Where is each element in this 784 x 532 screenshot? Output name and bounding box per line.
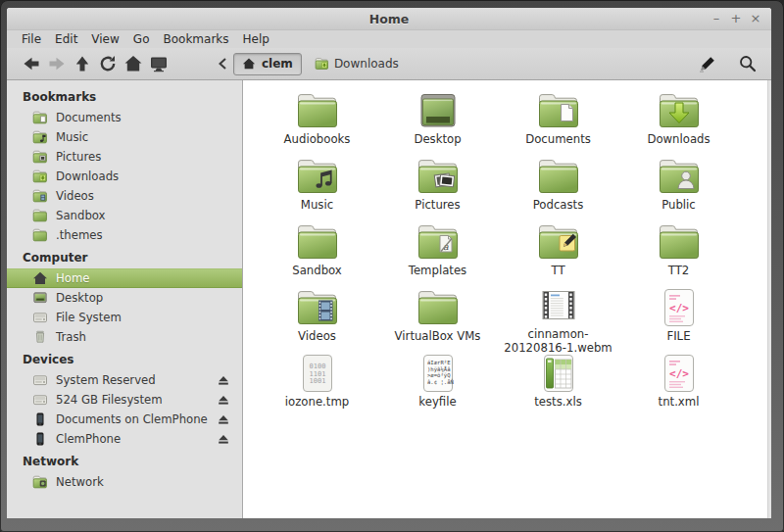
folder-icon	[656, 219, 703, 263]
eject-button[interactable]	[218, 413, 229, 425]
svg-text:â.¢ ¦.åÑ: â.¢ ¦.åÑ	[427, 378, 454, 385]
folder-item-documents[interactable]: Documents	[501, 88, 616, 154]
sidebar-item-videos[interactable]: Videos	[7, 186, 242, 206]
folder-item-tt2[interactable]: TT2	[621, 219, 737, 285]
menu-bookmarks[interactable]: Bookmarks	[156, 30, 235, 48]
toolbar: clemDownloads	[7, 48, 771, 80]
folder-documents-icon	[535, 88, 582, 131]
forward-button[interactable]	[44, 51, 69, 76]
menu-edit[interactable]: Edit	[48, 30, 84, 48]
sidebar-item-label: Pictures	[56, 150, 101, 164]
menu-go[interactable]: Go	[126, 30, 157, 48]
eject-button[interactable]	[218, 394, 229, 406]
close-button[interactable]: ×	[748, 11, 763, 26]
phone-icon	[32, 411, 48, 427]
sidebar-item-documents[interactable]: Documents	[7, 108, 242, 127]
sidebar-item-themes[interactable]: .themes	[7, 225, 242, 245]
network-icon	[32, 474, 48, 490]
sidebar-item-documents-on-clemphone[interactable]: Documents on ClemPhone	[7, 410, 242, 429]
sidebar-item-downloads[interactable]: Downloads	[7, 167, 242, 186]
search-button[interactable]	[735, 51, 760, 76]
sidebar-item-network[interactable]: Network	[7, 472, 242, 492]
sidebar-item-clemphone[interactable]: ClemPhone	[7, 429, 242, 449]
file-label: keyfile	[418, 395, 456, 409]
sidebar-item-system-reserved[interactable]: System Reserved	[7, 370, 242, 390]
sidebar-item-label: ClemPhone	[56, 432, 121, 446]
file-label: Public	[662, 198, 696, 212]
folder-icon	[294, 88, 341, 131]
file-label: Audiobooks	[284, 132, 351, 146]
sidebar-item-label: File System	[56, 311, 122, 324]
file-label: Music	[301, 198, 333, 212]
file-label: iozone.tmp	[285, 395, 349, 409]
menu-view[interactable]: View	[84, 30, 125, 48]
folder-item-music[interactable]: Music	[260, 154, 375, 219]
sidebar-item-trash[interactable]: Trash	[7, 327, 242, 347]
folder-item-virtualbox-vms[interactable]: VirtualBox VMs	[380, 285, 496, 351]
window-body: Home –+× FileEditViewGoBookmarksHelp cle…	[7, 8, 771, 518]
folder-item-tt[interactable]: TT	[501, 219, 616, 285]
eject-button[interactable]	[218, 433, 229, 445]
edit-location-button[interactable]	[695, 51, 719, 76]
folder-music-icon	[294, 154, 341, 197]
file-item-file[interactable]: </>FILE	[621, 285, 737, 351]
home-button[interactable]	[121, 51, 145, 76]
file-label: Podcasts	[533, 198, 584, 212]
refresh-button[interactable]	[95, 51, 120, 76]
computer-button[interactable]	[146, 51, 171, 76]
drive-icon	[32, 310, 48, 325]
file-manager-window: Home –+× FileEditViewGoBookmarksHelp cle…	[0, 0, 784, 532]
home-icon	[242, 57, 257, 72]
file-item-tnt-xml[interactable]: </>tnt.xml	[621, 351, 737, 416]
file-item-cinnamon-20120816-1-webm[interactable]: cinnamon-20120816-1.webm	[501, 285, 616, 351]
sidebar-item-pictures[interactable]: Pictures	[7, 147, 242, 167]
icon-grid: AudiobooksDesktopDocumentsDownloadsMusic…	[243, 80, 771, 416]
pathbar-scroll-left[interactable]	[216, 53, 229, 74]
vertical-scrollbar[interactable]	[767, 80, 771, 518]
folder-icon	[415, 285, 462, 328]
sidebar-item-file-system[interactable]: File System	[7, 308, 242, 327]
sidebar-item-sandbox[interactable]: Sandbox	[7, 206, 242, 225]
maximize-button[interactable]: +	[728, 11, 744, 26]
file-view[interactable]: AudiobooksDesktopDocumentsDownloadsMusic…	[243, 80, 771, 518]
folder-item-pictures[interactable]: Pictures	[380, 154, 496, 219]
folder-item-sandbox[interactable]: Sandbox	[260, 219, 375, 285]
folder-documents-icon	[32, 110, 48, 125]
up-button[interactable]	[70, 51, 94, 76]
breadcrumb-label: Downloads	[334, 57, 399, 71]
minimize-button[interactable]: –	[709, 11, 724, 26]
sidebar-section-computer: Computer	[7, 247, 242, 268]
eject-button[interactable]	[218, 374, 229, 386]
file-code-icon: </>	[656, 285, 703, 328]
menu-file[interactable]: File	[15, 30, 48, 48]
file-label: tnt.xml	[659, 395, 700, 409]
folder-item-audiobooks[interactable]: Audiobooks	[260, 88, 375, 154]
file-label: Documents	[525, 132, 591, 146]
folder-item-public[interactable]: Public	[621, 154, 737, 219]
menu-help[interactable]: Help	[236, 30, 276, 48]
file-item-iozone-tmp[interactable]: 010011011001iozone.tmp	[260, 351, 375, 416]
file-label: Pictures	[415, 198, 460, 212]
sidebar-item-desktop[interactable]: Desktop	[7, 288, 242, 308]
folder-item-videos[interactable]: Videos	[260, 285, 375, 351]
file-binary-icon: 010011011001	[294, 351, 341, 394]
sidebar-item-music[interactable]: Music	[7, 127, 242, 147]
folder-item-desktop[interactable]: Desktop	[380, 88, 496, 154]
file-item-tests-xls[interactable]: tests.xls	[501, 351, 616, 416]
folder-item-templates[interactable]: aTemplates	[380, 219, 496, 285]
sidebar-item-home[interactable]: Home	[7, 268, 242, 288]
folder-item-podcasts[interactable]: Podcasts	[501, 154, 616, 219]
titlebar[interactable]: Home –+×	[7, 8, 771, 30]
nav-buttons	[19, 51, 171, 76]
breadcrumb-downloads[interactable]: Downloads	[306, 53, 408, 75]
back-button[interactable]	[19, 51, 43, 76]
sidebar-section-bookmarks: Bookmarks	[7, 86, 242, 108]
breadcrumb-clem[interactable]: clem	[233, 53, 302, 75]
file-label: Templates	[409, 264, 466, 277]
folder-item-downloads[interactable]: Downloads	[621, 88, 737, 154]
sidebar-item-label: Videos	[56, 189, 94, 203]
sidebar-item-524-gb-filesystem[interactable]: 524 GB Filesystem	[7, 390, 242, 410]
window-title: Home	[369, 12, 410, 26]
file-item-keyfile[interactable]: áIærR²E)hÿã¼Åâ>æ=ö²ÿQâ.¢ ¦.åÑkeyfile	[380, 351, 496, 416]
folder-videos-icon	[294, 285, 341, 328]
